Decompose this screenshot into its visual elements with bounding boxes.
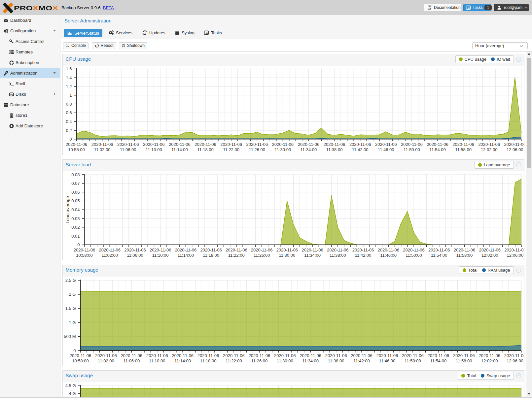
svg-text:12:02:00: 12:02:00: [481, 252, 498, 257]
svg-text:2020-11-06: 2020-11-06: [169, 142, 191, 147]
svg-text:11:10:00: 11:10:00: [149, 358, 165, 363]
svg-text:11:46:00: 11:46:00: [377, 147, 394, 152]
svg-text:2020-11-06: 2020-11-06: [146, 353, 168, 358]
svg-text:11:02:00: 11:02:00: [94, 147, 110, 152]
svg-text:2020-11-06: 2020-11-06: [402, 353, 424, 358]
svg-text:2020-11-06: 2020-11-06: [69, 353, 91, 358]
svg-text:11:46:00: 11:46:00: [379, 358, 395, 363]
svg-text:0.06: 0.06: [71, 189, 80, 194]
svg-text:2020-11-06: 2020-11-06: [274, 353, 296, 358]
svg-text:2020-11-06: 2020-11-06: [504, 247, 524, 252]
svg-text:11:38:00: 11:38:00: [328, 358, 344, 363]
svg-text:2020-11-06: 2020-11-06: [276, 247, 298, 252]
svg-text:11:06:00: 11:06:00: [123, 358, 140, 363]
svg-text:11:54:00: 11:54:00: [429, 147, 446, 152]
svg-text:500 M: 500 M: [64, 334, 76, 339]
svg-text:1.2: 1.2: [66, 84, 72, 89]
svg-text:12:06:00: 12:06:00: [507, 358, 523, 363]
svg-text:0.05: 0.05: [71, 198, 80, 203]
svg-text:Load average: Load average: [65, 196, 70, 223]
svg-text:11:18:00: 11:18:00: [197, 147, 214, 152]
svg-text:2020-11-06: 2020-11-06: [452, 142, 474, 147]
svg-text:1 G: 1 G: [69, 320, 76, 325]
svg-text:11:06:00: 11:06:00: [120, 147, 136, 152]
svg-text:0.07: 0.07: [71, 181, 80, 186]
svg-text:11:26:00: 11:26:00: [253, 252, 270, 257]
svg-text:11:14:00: 11:14:00: [177, 252, 194, 257]
svg-text:11:22:00: 11:22:00: [228, 252, 245, 257]
svg-text:2020-11-06: 2020-11-06: [349, 142, 371, 147]
svg-text:2020-11-06: 2020-11-06: [298, 142, 319, 147]
svg-text:11:14:00: 11:14:00: [174, 358, 191, 363]
svg-text:0: 0: [73, 348, 76, 353]
svg-text:2020-11-06: 2020-11-06: [376, 353, 398, 358]
svg-text:4.5 G: 4.5 G: [65, 383, 76, 388]
svg-text:11:42:00: 11:42:00: [352, 147, 368, 152]
svg-text:11:34:00: 11:34:00: [300, 147, 317, 152]
svg-text:2020-11-06: 2020-11-06: [351, 353, 372, 358]
svg-text:11:42:00: 11:42:00: [355, 252, 371, 257]
svg-text:2020-11-06: 2020-11-06: [91, 142, 113, 147]
svg-text:0.8: 0.8: [66, 101, 72, 106]
svg-text:11:22:00: 11:22:00: [226, 358, 242, 363]
svg-text:2020-11-06: 2020-11-06: [172, 353, 194, 358]
svg-text:11:58:00: 11:58:00: [456, 252, 473, 257]
svg-text:2020-11-06: 2020-11-06: [223, 353, 245, 358]
svg-text:11:50:00: 11:50:00: [405, 358, 421, 363]
svg-text:11:26:00: 11:26:00: [249, 147, 265, 152]
svg-text:11:14:00: 11:14:00: [171, 147, 188, 152]
svg-text:2020-11-06: 2020-11-06: [248, 353, 270, 358]
svg-text:11:38:00: 11:38:00: [326, 147, 342, 152]
svg-text:2020-11-06: 2020-11-06: [453, 247, 475, 252]
svg-text:11:42:00: 11:42:00: [353, 358, 370, 363]
svg-text:2020-11-06: 2020-11-06: [301, 247, 323, 252]
svg-text:0.03: 0.03: [71, 216, 80, 221]
svg-text:11:50:00: 11:50:00: [404, 147, 420, 152]
svg-text:2020-11-06: 2020-11-06: [403, 247, 425, 252]
svg-text:0.6: 0.6: [66, 110, 72, 115]
svg-text:2 G: 2 G: [69, 292, 76, 297]
svg-text:2020-11-06: 2020-11-06: [175, 247, 196, 252]
svg-text:2020-11-06: 2020-11-06: [504, 353, 524, 358]
svg-text:2020-11-06: 2020-11-06: [149, 247, 171, 252]
svg-text:2020-11-06: 2020-11-06: [401, 142, 423, 147]
svg-text:11:30:00: 11:30:00: [274, 147, 291, 152]
svg-text:2020-11-06: 2020-11-06: [323, 142, 345, 147]
svg-text:2020-11-06: 2020-11-06: [117, 142, 139, 147]
svg-text:12:06:00: 12:06:00: [506, 147, 523, 152]
svg-text:0.2: 0.2: [66, 128, 72, 133]
svg-text:11:18:00: 11:18:00: [200, 358, 216, 363]
svg-text:2020-11-06: 2020-11-06: [453, 353, 475, 358]
svg-text:2020-11-06: 2020-11-06: [478, 142, 500, 147]
svg-text:0: 0: [69, 137, 72, 142]
svg-text:11:30:00: 11:30:00: [279, 252, 295, 257]
svg-text:1.6: 1.6: [66, 66, 72, 71]
svg-text:12:06:00: 12:06:00: [507, 252, 523, 257]
svg-text:2020-11-06: 2020-11-06: [325, 353, 347, 358]
svg-text:11:10:00: 11:10:00: [145, 147, 162, 152]
svg-text:2020-11-06: 2020-11-06: [197, 353, 219, 358]
svg-text:2020-11-06: 2020-11-06: [427, 353, 449, 358]
svg-text:0.4: 0.4: [66, 119, 72, 124]
svg-text:1.5 G: 1.5 G: [65, 306, 76, 311]
svg-text:11:30:00: 11:30:00: [276, 358, 293, 363]
svg-text:12:02:00: 12:02:00: [480, 147, 497, 152]
svg-text:2020-11-06: 2020-11-06: [124, 247, 146, 252]
svg-text:11:26:00: 11:26:00: [251, 358, 267, 363]
svg-text:11:18:00: 11:18:00: [203, 252, 219, 257]
svg-text:2020-11-06: 2020-11-06: [375, 142, 397, 147]
svg-text:1.4: 1.4: [66, 75, 72, 80]
svg-text:2020-11-06: 2020-11-06: [246, 142, 268, 147]
svg-text:2020-11-06: 2020-11-06: [95, 353, 117, 358]
svg-text:11:34:00: 11:34:00: [302, 358, 319, 363]
svg-text:2020-11-06: 2020-11-06: [479, 353, 500, 358]
svg-text:2020-11-06: 2020-11-06: [226, 247, 247, 252]
svg-text:10:58:00: 10:58:00: [76, 252, 93, 257]
svg-text:12:02:00: 12:02:00: [481, 358, 498, 363]
svg-text:2020-11-06: 2020-11-06: [143, 142, 165, 147]
svg-text:2020-11-06: 2020-11-06: [377, 247, 399, 252]
svg-text:11:02:00: 11:02:00: [101, 252, 118, 257]
svg-text:2020-11-06: 2020-11-06: [427, 142, 448, 147]
svg-text:11:46:00: 11:46:00: [380, 252, 397, 257]
svg-text:2020-11-06: 2020-11-06: [220, 142, 242, 147]
